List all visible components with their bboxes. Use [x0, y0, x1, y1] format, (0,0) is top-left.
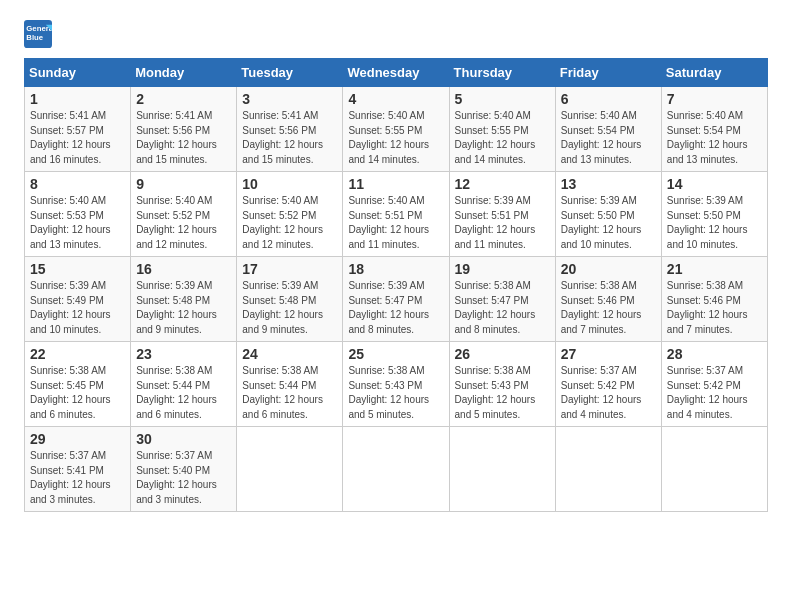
calendar-day-cell: 27Sunrise: 5:37 AM Sunset: 5:42 PM Dayli… — [555, 342, 661, 427]
day-info: Sunrise: 5:38 AM Sunset: 5:43 PM Dayligh… — [348, 364, 443, 422]
calendar-day-cell: 21Sunrise: 5:38 AM Sunset: 5:46 PM Dayli… — [661, 257, 767, 342]
logo-icon: General Blue — [24, 20, 52, 48]
day-info: Sunrise: 5:40 AM Sunset: 5:55 PM Dayligh… — [455, 109, 550, 167]
day-info: Sunrise: 5:37 AM Sunset: 5:41 PM Dayligh… — [30, 449, 125, 507]
calendar-day-cell: 6Sunrise: 5:40 AM Sunset: 5:54 PM Daylig… — [555, 87, 661, 172]
day-info: Sunrise: 5:39 AM Sunset: 5:51 PM Dayligh… — [455, 194, 550, 252]
weekday-header: Sunday — [25, 59, 131, 87]
calendar-day-cell: 22Sunrise: 5:38 AM Sunset: 5:45 PM Dayli… — [25, 342, 131, 427]
calendar-day-cell: 12Sunrise: 5:39 AM Sunset: 5:51 PM Dayli… — [449, 172, 555, 257]
day-number: 15 — [30, 261, 125, 277]
day-info: Sunrise: 5:39 AM Sunset: 5:50 PM Dayligh… — [561, 194, 656, 252]
calendar-week-row: 22Sunrise: 5:38 AM Sunset: 5:45 PM Dayli… — [25, 342, 768, 427]
calendar-week-row: 1Sunrise: 5:41 AM Sunset: 5:57 PM Daylig… — [25, 87, 768, 172]
calendar-day-cell — [661, 427, 767, 512]
weekday-header: Saturday — [661, 59, 767, 87]
day-info: Sunrise: 5:39 AM Sunset: 5:49 PM Dayligh… — [30, 279, 125, 337]
day-number: 8 — [30, 176, 125, 192]
day-info: Sunrise: 5:38 AM Sunset: 5:43 PM Dayligh… — [455, 364, 550, 422]
day-number: 19 — [455, 261, 550, 277]
day-number: 7 — [667, 91, 762, 107]
calendar-day-cell — [449, 427, 555, 512]
calendar-day-cell: 19Sunrise: 5:38 AM Sunset: 5:47 PM Dayli… — [449, 257, 555, 342]
calendar-day-cell: 8Sunrise: 5:40 AM Sunset: 5:53 PM Daylig… — [25, 172, 131, 257]
day-number: 23 — [136, 346, 231, 362]
day-info: Sunrise: 5:39 AM Sunset: 5:47 PM Dayligh… — [348, 279, 443, 337]
calendar-day-cell: 14Sunrise: 5:39 AM Sunset: 5:50 PM Dayli… — [661, 172, 767, 257]
weekday-header: Friday — [555, 59, 661, 87]
day-number: 16 — [136, 261, 231, 277]
day-number: 14 — [667, 176, 762, 192]
day-info: Sunrise: 5:38 AM Sunset: 5:46 PM Dayligh… — [561, 279, 656, 337]
day-number: 1 — [30, 91, 125, 107]
calendar-table: SundayMondayTuesdayWednesdayThursdayFrid… — [24, 58, 768, 512]
day-info: Sunrise: 5:41 AM Sunset: 5:56 PM Dayligh… — [242, 109, 337, 167]
weekday-header: Tuesday — [237, 59, 343, 87]
day-number: 2 — [136, 91, 231, 107]
day-info: Sunrise: 5:41 AM Sunset: 5:57 PM Dayligh… — [30, 109, 125, 167]
calendar-day-cell: 3Sunrise: 5:41 AM Sunset: 5:56 PM Daylig… — [237, 87, 343, 172]
calendar-day-cell: 10Sunrise: 5:40 AM Sunset: 5:52 PM Dayli… — [237, 172, 343, 257]
day-number: 30 — [136, 431, 231, 447]
calendar-day-cell: 4Sunrise: 5:40 AM Sunset: 5:55 PM Daylig… — [343, 87, 449, 172]
day-info: Sunrise: 5:41 AM Sunset: 5:56 PM Dayligh… — [136, 109, 231, 167]
day-number: 13 — [561, 176, 656, 192]
calendar-day-cell: 16Sunrise: 5:39 AM Sunset: 5:48 PM Dayli… — [131, 257, 237, 342]
day-info: Sunrise: 5:40 AM Sunset: 5:55 PM Dayligh… — [348, 109, 443, 167]
calendar-week-row: 15Sunrise: 5:39 AM Sunset: 5:49 PM Dayli… — [25, 257, 768, 342]
day-info: Sunrise: 5:40 AM Sunset: 5:52 PM Dayligh… — [242, 194, 337, 252]
day-number: 20 — [561, 261, 656, 277]
calendar-day-cell: 1Sunrise: 5:41 AM Sunset: 5:57 PM Daylig… — [25, 87, 131, 172]
day-info: Sunrise: 5:37 AM Sunset: 5:40 PM Dayligh… — [136, 449, 231, 507]
day-number: 12 — [455, 176, 550, 192]
calendar-day-cell: 11Sunrise: 5:40 AM Sunset: 5:51 PM Dayli… — [343, 172, 449, 257]
day-info: Sunrise: 5:37 AM Sunset: 5:42 PM Dayligh… — [667, 364, 762, 422]
logo: General Blue — [24, 20, 56, 48]
calendar-day-cell: 7Sunrise: 5:40 AM Sunset: 5:54 PM Daylig… — [661, 87, 767, 172]
calendar-day-cell: 23Sunrise: 5:38 AM Sunset: 5:44 PM Dayli… — [131, 342, 237, 427]
calendar-day-cell: 26Sunrise: 5:38 AM Sunset: 5:43 PM Dayli… — [449, 342, 555, 427]
calendar-day-cell: 30Sunrise: 5:37 AM Sunset: 5:40 PM Dayli… — [131, 427, 237, 512]
day-number: 25 — [348, 346, 443, 362]
page-container: General Blue SundayMondayTuesdayWednesda… — [24, 20, 768, 512]
day-number: 9 — [136, 176, 231, 192]
day-number: 21 — [667, 261, 762, 277]
calendar-day-cell: 25Sunrise: 5:38 AM Sunset: 5:43 PM Dayli… — [343, 342, 449, 427]
weekday-header: Thursday — [449, 59, 555, 87]
calendar-day-cell — [343, 427, 449, 512]
calendar-week-row: 8Sunrise: 5:40 AM Sunset: 5:53 PM Daylig… — [25, 172, 768, 257]
day-info: Sunrise: 5:39 AM Sunset: 5:50 PM Dayligh… — [667, 194, 762, 252]
calendar-week-row: 29Sunrise: 5:37 AM Sunset: 5:41 PM Dayli… — [25, 427, 768, 512]
calendar-day-cell — [237, 427, 343, 512]
day-info: Sunrise: 5:37 AM Sunset: 5:42 PM Dayligh… — [561, 364, 656, 422]
calendar-day-cell: 17Sunrise: 5:39 AM Sunset: 5:48 PM Dayli… — [237, 257, 343, 342]
day-number: 26 — [455, 346, 550, 362]
day-number: 10 — [242, 176, 337, 192]
calendar-day-cell: 13Sunrise: 5:39 AM Sunset: 5:50 PM Dayli… — [555, 172, 661, 257]
weekday-header: Monday — [131, 59, 237, 87]
day-info: Sunrise: 5:39 AM Sunset: 5:48 PM Dayligh… — [242, 279, 337, 337]
day-info: Sunrise: 5:38 AM Sunset: 5:46 PM Dayligh… — [667, 279, 762, 337]
day-number: 22 — [30, 346, 125, 362]
calendar-day-cell: 18Sunrise: 5:39 AM Sunset: 5:47 PM Dayli… — [343, 257, 449, 342]
calendar-day-cell: 2Sunrise: 5:41 AM Sunset: 5:56 PM Daylig… — [131, 87, 237, 172]
svg-text:Blue: Blue — [26, 33, 44, 42]
header: General Blue — [24, 20, 768, 48]
calendar-day-cell: 20Sunrise: 5:38 AM Sunset: 5:46 PM Dayli… — [555, 257, 661, 342]
day-info: Sunrise: 5:40 AM Sunset: 5:52 PM Dayligh… — [136, 194, 231, 252]
day-info: Sunrise: 5:39 AM Sunset: 5:48 PM Dayligh… — [136, 279, 231, 337]
day-info: Sunrise: 5:38 AM Sunset: 5:45 PM Dayligh… — [30, 364, 125, 422]
weekday-header-row: SundayMondayTuesdayWednesdayThursdayFrid… — [25, 59, 768, 87]
day-number: 11 — [348, 176, 443, 192]
calendar-day-cell: 29Sunrise: 5:37 AM Sunset: 5:41 PM Dayli… — [25, 427, 131, 512]
day-number: 4 — [348, 91, 443, 107]
day-number: 6 — [561, 91, 656, 107]
calendar-day-cell — [555, 427, 661, 512]
day-info: Sunrise: 5:40 AM Sunset: 5:54 PM Dayligh… — [667, 109, 762, 167]
day-number: 28 — [667, 346, 762, 362]
day-number: 18 — [348, 261, 443, 277]
weekday-header: Wednesday — [343, 59, 449, 87]
day-info: Sunrise: 5:40 AM Sunset: 5:53 PM Dayligh… — [30, 194, 125, 252]
calendar-day-cell: 24Sunrise: 5:38 AM Sunset: 5:44 PM Dayli… — [237, 342, 343, 427]
calendar-day-cell: 5Sunrise: 5:40 AM Sunset: 5:55 PM Daylig… — [449, 87, 555, 172]
